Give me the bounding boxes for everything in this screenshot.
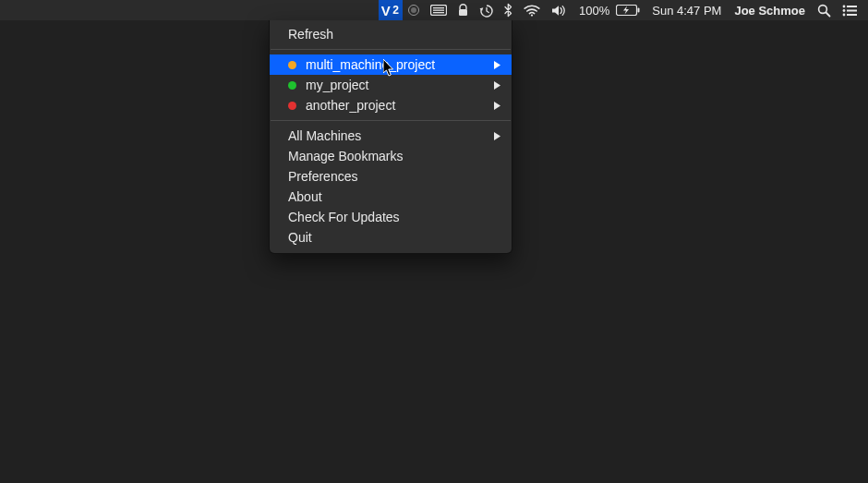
svg-line-11 <box>826 12 830 16</box>
lock-icon[interactable] <box>452 0 474 20</box>
menu-item-quit[interactable]: Quit <box>270 227 512 248</box>
svg-point-6 <box>531 14 533 16</box>
svg-rect-15 <box>847 9 857 11</box>
bluetooth-icon[interactable] <box>499 0 518 20</box>
menu-item-label: another_project <box>306 98 499 113</box>
battery-percent[interactable]: 100% <box>573 4 616 18</box>
menu-item-label: my_project <box>306 78 499 92</box>
menu-item-project[interactable]: another_project <box>270 95 512 115</box>
menu-item-label: Manage Bookmarks <box>288 149 499 163</box>
svg-point-16 <box>843 13 846 16</box>
svg-rect-8 <box>638 8 640 13</box>
status-dot-icon <box>288 61 296 69</box>
battery-icon[interactable] <box>616 0 645 20</box>
svg-point-12 <box>843 5 846 7</box>
timemachine-icon[interactable] <box>474 0 499 20</box>
menu-item-label: About <box>288 189 499 204</box>
menu-item-label: All Machines <box>288 128 499 143</box>
menu-item-refresh[interactable]: Refresh <box>270 24 512 44</box>
menu-item-check-for-updates[interactable]: Check For Updates <box>270 207 512 227</box>
menu-item-label: Refresh <box>288 27 499 42</box>
menu-item-project[interactable]: my_project <box>270 75 512 95</box>
svg-marker-18 <box>494 61 500 69</box>
menu-item-label: Preferences <box>288 169 499 184</box>
menu-item-label: Check For Updates <box>288 210 499 224</box>
menu-item-label: Quit <box>288 230 499 245</box>
menu-separator <box>271 120 511 121</box>
vagrant-manager-menu: Refresh multi_machine_projectmy_projecta… <box>269 20 512 254</box>
menu-item-project[interactable]: multi_machine_project <box>270 54 512 75</box>
svg-marker-21 <box>494 132 500 140</box>
notification-center-icon[interactable] <box>837 0 862 20</box>
wifi-icon[interactable] <box>518 0 546 20</box>
menu-item-about[interactable]: About <box>270 187 512 207</box>
vagrant-manager-menubar-icon[interactable]: V 2 <box>379 0 403 20</box>
svg-rect-2 <box>433 10 444 11</box>
svg-marker-19 <box>494 81 500 90</box>
svg-rect-13 <box>847 6 857 7</box>
menu-item-label: multi_machine_project <box>306 57 499 72</box>
menu-item-all-machines[interactable]: All Machines <box>270 126 512 146</box>
svg-rect-1 <box>433 7 444 8</box>
svg-marker-9 <box>623 6 629 15</box>
submenu-arrow-icon <box>494 128 500 143</box>
macos-menubar: V 2 100% Sun 4:47 PM Joe Schmoe <box>0 0 868 20</box>
menubar-clock[interactable]: Sun 4:47 PM <box>645 4 728 18</box>
app-icon-badge: 2 <box>392 4 399 17</box>
svg-rect-3 <box>433 12 444 13</box>
volume-icon[interactable] <box>546 0 573 20</box>
submenu-arrow-icon <box>494 78 500 92</box>
svg-rect-4 <box>459 9 467 16</box>
menu-item-manage-bookmarks[interactable]: Manage Bookmarks <box>270 146 512 166</box>
status-dot-icon <box>288 81 296 90</box>
submenu-arrow-icon <box>494 98 500 113</box>
svg-marker-20 <box>494 102 500 110</box>
menu-separator <box>271 49 511 50</box>
menubar-username[interactable]: Joe Schmoe <box>728 4 812 18</box>
svg-point-14 <box>843 9 846 12</box>
app-icon-letter: V <box>381 3 392 18</box>
record-icon[interactable] <box>403 0 425 20</box>
menu-item-preferences[interactable]: Preferences <box>270 166 512 187</box>
submenu-arrow-icon <box>494 57 500 72</box>
keyboard-icon[interactable] <box>425 0 452 20</box>
svg-rect-17 <box>847 14 857 16</box>
status-dot-icon <box>288 102 296 110</box>
spotlight-icon[interactable] <box>812 0 837 20</box>
